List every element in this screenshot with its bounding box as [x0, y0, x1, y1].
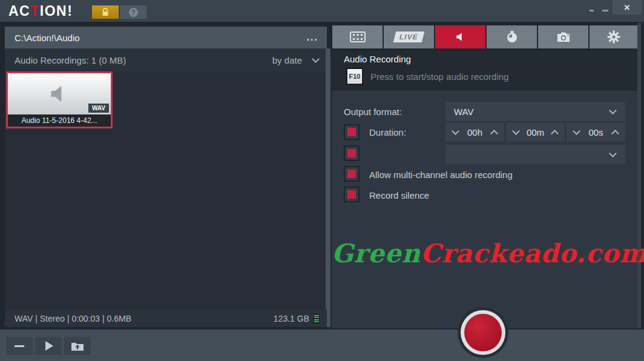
- stopwatch-icon: [505, 30, 519, 44]
- play-icon: [45, 341, 53, 351]
- film-strip-icon: [350, 31, 366, 42]
- minus-icon: [15, 345, 24, 347]
- checkbox-checked-mark: [347, 170, 356, 178]
- spinner-up-icon: [490, 130, 498, 137]
- titlebar: ACTION! ? ✕: [0, 0, 644, 22]
- speaker-icon: [47, 82, 71, 106]
- duration-minutes-stepper[interactable]: 00m: [506, 122, 565, 142]
- question-mark-icon: ?: [129, 8, 138, 17]
- bottom-toolbar: [0, 330, 644, 361]
- help-button[interactable]: ?: [120, 5, 146, 19]
- sort-value: by date: [272, 55, 302, 65]
- tab-screenshot[interactable]: [538, 25, 588, 48]
- chevron-down-icon: [609, 107, 617, 114]
- watermark-red-part: Crackeado.com: [421, 239, 644, 268]
- record-icon: [464, 314, 502, 351]
- checkbox-checked-mark: [347, 190, 356, 199]
- duration-seconds-stepper[interactable]: 00s: [567, 122, 625, 142]
- multichannel-checkbox[interactable]: [344, 166, 360, 182]
- chevron-down-icon: [609, 150, 617, 157]
- maximize-button[interactable]: [602, 10, 608, 12]
- close-button[interactable]: ✕: [613, 0, 642, 15]
- left-panel-scrollbar[interactable]: [326, 48, 330, 327]
- record-silence-checkbox[interactable]: [344, 187, 360, 202]
- recordings-list-header: Audio Recordings: 1 (0 MB) by date: [5, 48, 327, 71]
- record-button[interactable]: [458, 307, 508, 358]
- minimize-button[interactable]: [590, 10, 594, 12]
- multichannel-label: Allow multi-channel audio recording: [369, 170, 513, 180]
- play-recording-button[interactable]: [35, 337, 62, 355]
- audio-device-checkbox[interactable]: [344, 145, 360, 161]
- watermark-green-part: Green: [332, 239, 421, 268]
- open-padlock-icon: [100, 7, 110, 17]
- output-folder-path: C:\Action!\Audio: [15, 33, 80, 43]
- output-format-value: WAV: [454, 107, 474, 117]
- browse-folder-button[interactable]: ...: [307, 27, 318, 48]
- duration-checkbox[interactable]: [344, 124, 360, 140]
- recording-filename: Audio 11-5-2016 4-42...: [8, 114, 111, 127]
- hotkey-keycap[interactable]: F10: [346, 68, 363, 85]
- output-format-select[interactable]: WAV: [445, 102, 625, 121]
- tab-video-capture[interactable]: [332, 25, 383, 48]
- duration-label: Duration:: [369, 127, 406, 137]
- disk-space-icon: [314, 314, 320, 323]
- right-panel-scrollbar[interactable]: [637, 23, 641, 328]
- gear-icon: [607, 30, 620, 44]
- export-recording-button[interactable]: [64, 337, 91, 355]
- camera-icon: [556, 31, 571, 42]
- logo-accent-letter: T: [30, 2, 40, 19]
- spinner-down-icon: [573, 127, 580, 135]
- section-title: Audio Recording: [344, 54, 411, 64]
- recordings-count-label: Audio Recordings: 1 (0 MB): [15, 55, 126, 65]
- duration-minutes-value: 00m: [527, 127, 544, 137]
- audio-device-select[interactable]: [445, 145, 625, 164]
- unlock-license-button[interactable]: [92, 5, 119, 19]
- file-info-text: WAV | Stereo | 0:00:03 | 0.6MB: [15, 314, 131, 323]
- spinner-down-icon: [452, 127, 459, 135]
- tab-live-streaming[interactable]: LIVE: [384, 25, 434, 48]
- tab-benchmark[interactable]: [487, 25, 537, 48]
- output-format-label: Output format:: [344, 107, 402, 117]
- action-app-window: ACTION! ? ✕ C:\Action!\Audio ... Audio R…: [0, 0, 644, 361]
- chevron-down-icon: [312, 55, 320, 63]
- spinner-up-icon: [551, 130, 559, 137]
- logo-text-tail: ION!: [40, 2, 73, 19]
- live-badge: LIVE: [393, 31, 424, 42]
- tab-audio-recording[interactable]: [435, 25, 485, 48]
- watermark-text: GreenCrackeado.com: [332, 239, 637, 268]
- audio-thumbnail-image: WAV: [8, 73, 111, 114]
- output-folder-bar: C:\Action!\Audio ...: [5, 27, 327, 48]
- sort-dropdown[interactable]: by date: [272, 55, 318, 65]
- duration-hours-value: 00h: [467, 127, 482, 137]
- record-silence-label: Record silence: [369, 190, 429, 200]
- duration-hours-stepper[interactable]: 00h: [445, 122, 504, 142]
- close-icon: ✕: [624, 3, 631, 12]
- recording-thumbnail[interactable]: WAV Audio 11-5-2016 4-42...: [6, 71, 113, 128]
- checkbox-checked-mark: [347, 128, 356, 136]
- tab-settings[interactable]: [590, 25, 637, 48]
- free-space-value: 123.1 GB: [274, 314, 309, 323]
- hotkey-hint: Press to start/stop audio recording: [370, 71, 508, 82]
- speaker-icon: [455, 31, 467, 43]
- free-space-group: 123.1 GB: [274, 314, 320, 323]
- app-logo: ACTION!: [8, 2, 73, 19]
- export-folder-icon: [71, 340, 84, 351]
- delete-recording-button[interactable]: [6, 337, 33, 355]
- logo-text: AC: [8, 2, 30, 19]
- spinner-up-icon: [611, 130, 619, 137]
- file-status-bar: WAV | Stereo | 0:00:03 | 0.6MB 123.1 GB: [5, 310, 327, 327]
- spinner-down-icon: [512, 127, 520, 135]
- checkbox-checked-mark: [347, 149, 356, 157]
- record-button-ring: [461, 310, 505, 355]
- duration-seconds-value: 00s: [588, 127, 603, 137]
- format-badge: WAV: [88, 104, 109, 113]
